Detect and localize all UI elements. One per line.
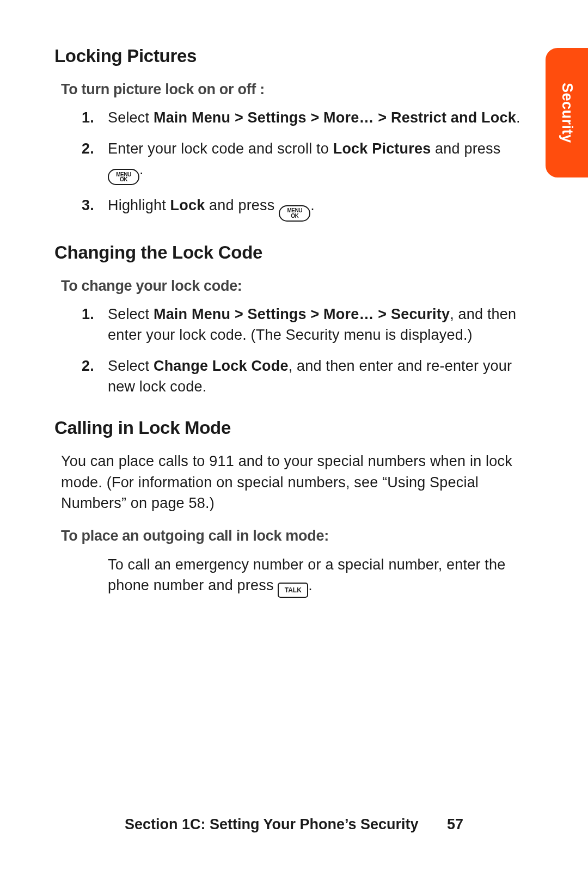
- menu-ok-key-icon: MENUOK: [108, 169, 139, 185]
- step-number: 3.: [82, 195, 108, 216]
- step-number: 1.: [82, 304, 108, 324]
- text: Enter your lock code and scroll to: [108, 140, 333, 157]
- step-body: Select Change Lock Code, and then enter …: [108, 356, 528, 397]
- bold-text: Lock Pictures: [333, 140, 431, 157]
- text: Select: [108, 358, 154, 374]
- side-tab-label: Security: [559, 83, 575, 143]
- menu-path: Main Menu > Settings > More… > Restrict …: [154, 109, 516, 126]
- text: Select: [108, 109, 154, 126]
- footer-section-title: Section 1C: Setting Your Phone’s Securit…: [125, 816, 419, 832]
- subheading: To change your lock code:: [61, 275, 528, 296]
- menu-ok-key-icon: MENUOK: [279, 205, 310, 222]
- paragraph: You can place calls to 911 and to your s…: [61, 451, 528, 513]
- step-item: 1. Select Main Menu > Settings > More… >…: [54, 304, 528, 346]
- heading-locking-pictures: Locking Pictures: [54, 44, 528, 69]
- step-item: 1. Select Main Menu > Settings > More… >…: [54, 107, 528, 128]
- step-item: 3. Highlight Lock and press MENUOK.: [54, 195, 528, 222]
- step-body: Enter your lock code and scroll to Lock …: [108, 138, 528, 186]
- text: and press: [205, 197, 279, 213]
- text: .: [516, 109, 520, 126]
- bold-text: Lock: [170, 197, 205, 213]
- step-number: 2.: [82, 356, 108, 376]
- text: Select: [108, 306, 154, 322]
- step-body: Highlight Lock and press MENUOK.: [108, 195, 528, 222]
- page-content: Locking Pictures To turn picture lock on…: [0, 0, 588, 598]
- step-body: Select Main Menu > Settings > More… > Re…: [108, 107, 528, 128]
- text: .: [139, 161, 144, 177]
- menu-path: Main Menu > Settings > More… > Security: [154, 306, 450, 322]
- subheading: To place an outgoing call in lock mode:: [61, 525, 528, 546]
- talk-key-icon: TALK: [278, 583, 308, 598]
- steps-list: 1. Select Main Menu > Settings > More… >…: [54, 304, 528, 397]
- text: .: [308, 577, 313, 593]
- bold-text: Change Lock Code: [154, 358, 289, 374]
- step-body: To call an emergency number or a special…: [108, 554, 528, 598]
- side-tab-security: Security: [546, 48, 588, 177]
- text: Highlight: [108, 197, 170, 213]
- text: and press: [431, 140, 500, 157]
- key-line: OK: [291, 213, 298, 219]
- subheading: To turn picture lock on or off :: [61, 79, 528, 100]
- steps-list: 1. Select Main Menu > Settings > More… >…: [54, 107, 528, 222]
- key-line: OK: [120, 177, 127, 182]
- page-number: 57: [447, 816, 463, 832]
- step-body: Select Main Menu > Settings > More… > Se…: [108, 304, 528, 346]
- step-number: 1.: [82, 107, 108, 128]
- text: .: [310, 197, 315, 213]
- step-item: 2. Select Change Lock Code, and then ent…: [54, 356, 528, 397]
- step-number: 2.: [82, 138, 108, 159]
- heading-changing-lock-code: Changing the Lock Code: [54, 240, 528, 266]
- heading-calling-lock-mode: Calling in Lock Mode: [54, 415, 528, 441]
- page-footer: Section 1C: Setting Your Phone’s Securit…: [0, 816, 588, 833]
- step-item: 2. Enter your lock code and scroll to Lo…: [54, 138, 528, 186]
